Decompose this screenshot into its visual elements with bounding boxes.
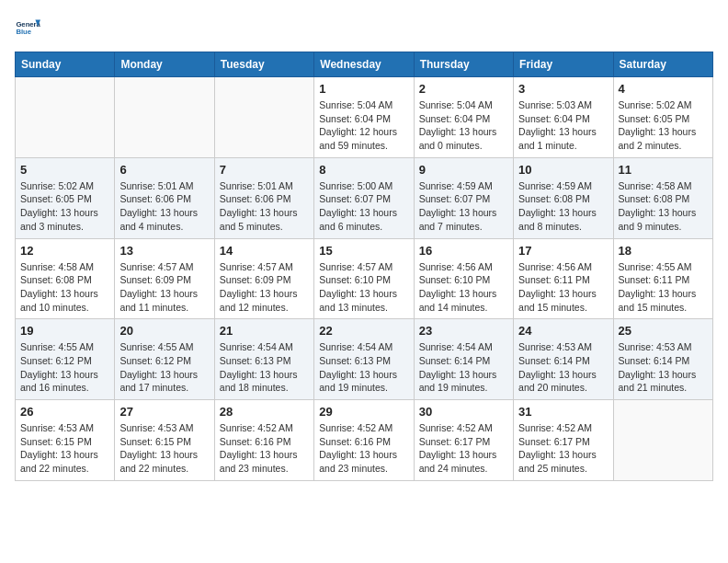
calendar-cell: 19Sunrise: 4:55 AMSunset: 6:12 PMDayligh… [16,319,115,400]
day-number: 14 [220,244,309,258]
day-number: 7 [220,163,309,177]
day-number: 11 [619,163,708,177]
day-info: Sunrise: 4:55 AMSunset: 6:11 PMDaylight:… [619,260,708,315]
day-info: Sunrise: 4:53 AMSunset: 6:14 PMDaylight:… [518,340,608,395]
calendar-table: SundayMondayTuesdayWednesdayThursdayFrid… [15,52,713,481]
day-number: 6 [119,163,209,177]
calendar-cell: 31Sunrise: 4:52 AMSunset: 6:17 PMDayligh… [514,400,613,481]
day-number: 1 [319,82,408,96]
day-info: Sunrise: 4:57 AMSunset: 6:09 PMDaylight:… [119,260,209,315]
day-info: Sunrise: 4:52 AMSunset: 6:16 PMDaylight:… [220,421,309,476]
calendar-cell: 8Sunrise: 5:00 AMSunset: 6:07 PMDaylight… [314,157,414,238]
calendar-cell: 4Sunrise: 5:02 AMSunset: 6:05 PMDaylight… [613,77,712,158]
day-info: Sunrise: 4:53 AMSunset: 6:15 PMDaylight:… [119,421,209,476]
day-info: Sunrise: 4:55 AMSunset: 6:12 PMDaylight:… [119,340,209,395]
header-wednesday: Wednesday [314,52,414,77]
day-info: Sunrise: 4:58 AMSunset: 6:08 PMDaylight:… [20,260,109,315]
day-number: 25 [619,324,708,338]
header-thursday: Thursday [414,52,513,77]
day-number: 12 [20,244,109,258]
day-info: Sunrise: 5:04 AMSunset: 6:04 PMDaylight:… [419,98,508,153]
calendar-week-row: 5Sunrise: 5:02 AMSunset: 6:05 PMDaylight… [16,157,713,238]
calendar-cell: 7Sunrise: 5:01 AMSunset: 6:06 PMDaylight… [214,157,313,238]
day-info: Sunrise: 5:04 AMSunset: 6:04 PMDaylight:… [319,98,408,153]
day-number: 29 [319,405,408,419]
day-info: Sunrise: 4:54 AMSunset: 6:13 PMDaylight:… [220,340,309,395]
calendar-cell: 1Sunrise: 5:04 AMSunset: 6:04 PMDaylight… [314,77,414,158]
calendar-cell: 23Sunrise: 4:54 AMSunset: 6:14 PMDayligh… [414,319,513,400]
day-info: Sunrise: 4:54 AMSunset: 6:13 PMDaylight:… [319,340,408,395]
calendar-week-row: 19Sunrise: 4:55 AMSunset: 6:12 PMDayligh… [16,319,713,400]
calendar-cell: 6Sunrise: 5:01 AMSunset: 6:06 PMDaylight… [115,157,214,238]
calendar-cell: 3Sunrise: 5:03 AMSunset: 6:04 PMDaylight… [514,77,613,158]
day-number: 22 [319,324,408,338]
day-info: Sunrise: 4:57 AMSunset: 6:10 PMDaylight:… [319,260,408,315]
calendar-cell [16,77,115,158]
calendar-cell: 11Sunrise: 4:58 AMSunset: 6:08 PMDayligh… [613,157,712,238]
day-number: 10 [518,163,608,177]
day-number: 28 [220,405,309,419]
header-saturday: Saturday [613,52,712,77]
day-number: 23 [419,324,508,338]
day-number: 31 [518,405,608,419]
day-info: Sunrise: 5:02 AMSunset: 6:05 PMDaylight:… [20,179,109,234]
calendar-cell: 21Sunrise: 4:54 AMSunset: 6:13 PMDayligh… [214,319,313,400]
day-info: Sunrise: 4:58 AMSunset: 6:08 PMDaylight:… [619,179,708,234]
header-sunday: Sunday [16,52,115,77]
day-number: 4 [619,82,708,96]
calendar-cell: 25Sunrise: 4:53 AMSunset: 6:14 PMDayligh… [613,319,712,400]
calendar-cell: 30Sunrise: 4:52 AMSunset: 6:17 PMDayligh… [414,400,513,481]
header-tuesday: Tuesday [214,52,313,77]
calendar-cell: 14Sunrise: 4:57 AMSunset: 6:09 PMDayligh… [214,238,313,319]
day-info: Sunrise: 4:59 AMSunset: 6:08 PMDaylight:… [518,179,608,234]
calendar-cell: 27Sunrise: 4:53 AMSunset: 6:15 PMDayligh… [115,400,214,481]
calendar-cell [214,77,313,158]
logo-icon: General Blue [15,15,40,40]
calendar-cell: 10Sunrise: 4:59 AMSunset: 6:08 PMDayligh… [514,157,613,238]
calendar-cell: 17Sunrise: 4:56 AMSunset: 6:11 PMDayligh… [514,238,613,319]
day-number: 30 [419,405,508,419]
day-info: Sunrise: 4:54 AMSunset: 6:14 PMDaylight:… [419,340,508,395]
day-info: Sunrise: 4:53 AMSunset: 6:15 PMDaylight:… [20,421,109,476]
day-number: 26 [20,405,109,419]
calendar-cell: 13Sunrise: 4:57 AMSunset: 6:09 PMDayligh… [115,238,214,319]
calendar-header-row: SundayMondayTuesdayWednesdayThursdayFrid… [16,52,713,77]
calendar-cell [115,77,214,158]
calendar-cell: 12Sunrise: 4:58 AMSunset: 6:08 PMDayligh… [16,238,115,319]
page-header: General Blue [15,15,713,40]
calendar-cell: 9Sunrise: 4:59 AMSunset: 6:07 PMDaylight… [414,157,513,238]
day-info: Sunrise: 4:59 AMSunset: 6:07 PMDaylight:… [419,179,508,234]
day-number: 9 [419,163,508,177]
day-number: 2 [419,82,508,96]
day-info: Sunrise: 4:55 AMSunset: 6:12 PMDaylight:… [20,340,109,395]
day-info: Sunrise: 5:01 AMSunset: 6:06 PMDaylight:… [220,179,309,234]
day-info: Sunrise: 4:56 AMSunset: 6:10 PMDaylight:… [419,260,508,315]
day-number: 8 [319,163,408,177]
calendar-cell: 5Sunrise: 5:02 AMSunset: 6:05 PMDaylight… [16,157,115,238]
calendar-cell: 28Sunrise: 4:52 AMSunset: 6:16 PMDayligh… [214,400,313,481]
calendar-cell: 26Sunrise: 4:53 AMSunset: 6:15 PMDayligh… [16,400,115,481]
day-info: Sunrise: 4:56 AMSunset: 6:11 PMDaylight:… [518,260,608,315]
day-info: Sunrise: 4:57 AMSunset: 6:09 PMDaylight:… [220,260,309,315]
day-info: Sunrise: 4:52 AMSunset: 6:17 PMDaylight:… [419,421,508,476]
svg-text:Blue: Blue [16,28,31,36]
day-number: 13 [119,244,209,258]
day-number: 3 [518,82,608,96]
day-info: Sunrise: 4:53 AMSunset: 6:14 PMDaylight:… [619,340,708,395]
day-number: 20 [119,324,209,338]
day-info: Sunrise: 5:02 AMSunset: 6:05 PMDaylight:… [619,98,708,153]
calendar-cell: 22Sunrise: 4:54 AMSunset: 6:13 PMDayligh… [314,319,414,400]
logo: General Blue [15,15,44,40]
day-number: 16 [419,244,508,258]
header-monday: Monday [115,52,214,77]
calendar-cell: 29Sunrise: 4:52 AMSunset: 6:16 PMDayligh… [314,400,414,481]
calendar-week-row: 26Sunrise: 4:53 AMSunset: 6:15 PMDayligh… [16,400,713,481]
day-number: 5 [20,163,109,177]
day-number: 21 [220,324,309,338]
calendar-cell: 20Sunrise: 4:55 AMSunset: 6:12 PMDayligh… [115,319,214,400]
day-info: Sunrise: 4:52 AMSunset: 6:16 PMDaylight:… [319,421,408,476]
calendar-week-row: 12Sunrise: 4:58 AMSunset: 6:08 PMDayligh… [16,238,713,319]
calendar-cell: 24Sunrise: 4:53 AMSunset: 6:14 PMDayligh… [514,319,613,400]
day-info: Sunrise: 5:01 AMSunset: 6:06 PMDaylight:… [119,179,209,234]
day-number: 19 [20,324,109,338]
